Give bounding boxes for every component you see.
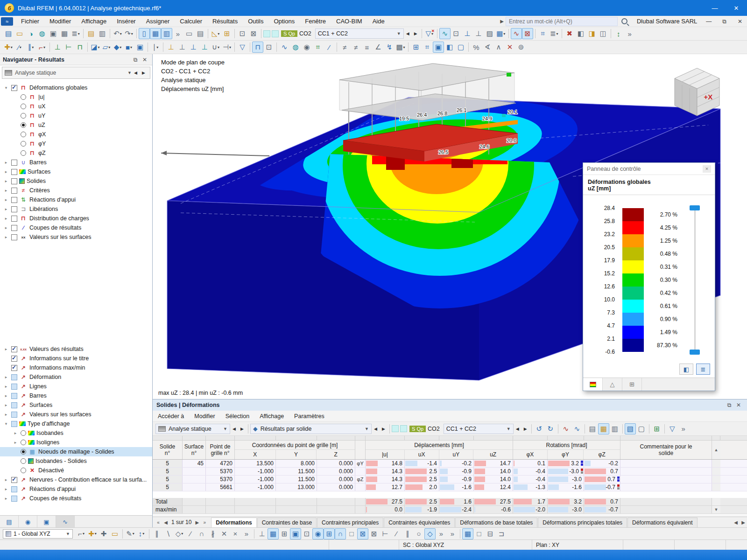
toggle-navigator-icon[interactable]: ▯ <box>139 28 150 39</box>
tree-item[interactable]: ▸Coupes de résultats <box>0 494 152 503</box>
menu-cao-bim[interactable]: CAO-BIM <box>331 16 367 27</box>
table-menu-3[interactable]: Affichage <box>254 413 289 420</box>
first-page-icon[interactable]: « <box>155 520 162 525</box>
table-row[interactable]: 55370-1.00011.5000.000φZ14.32.5-0.914.0-… <box>153 476 747 483</box>
expander-icon[interactable]: ▸ <box>3 179 9 183</box>
header-phi-spacer[interactable] <box>355 441 366 459</box>
value-cell[interactable]: 14.8 <box>366 460 405 467</box>
value-cell[interactable]: 12.4 <box>474 483 513 491</box>
value-cell[interactable]: -0.9 <box>439 476 474 483</box>
support-line-icon[interactable]: ⊥ <box>176 42 188 53</box>
new-line-type-icon[interactable]: ∥▾ <box>25 42 36 53</box>
snap-objects-icon[interactable]: ⊡ <box>301 528 312 539</box>
value-cell[interactable]: 1.7 <box>513 498 548 505</box>
data-cell[interactable] <box>183 483 206 491</box>
result-filter-icon[interactable]: ▽ <box>237 42 248 53</box>
work-plane-xy-icon[interactable]: ⊢ <box>380 528 391 539</box>
value-cell[interactable]: 27.5 <box>366 498 405 505</box>
table-view-full-icon[interactable]: ▦ <box>598 423 609 434</box>
snap-view-icon[interactable]: ⌗ <box>422 42 433 53</box>
tree-item[interactable]: ▸Lignes <box>0 382 152 391</box>
child-minimize-button[interactable]: — <box>702 16 716 27</box>
legend-slider-track[interactable] <box>694 208 696 352</box>
table-scroll-down-icon[interactable]: ▼ <box>712 506 720 513</box>
coordinate-system-combo[interactable]: 1 - Global XYZ ▼ <box>3 529 73 539</box>
value-cell[interactable]: 0.7 <box>584 498 620 505</box>
header-point[interactable]: Point degrille n° <box>206 441 235 459</box>
expander-icon[interactable]: ▸ <box>12 431 19 435</box>
render-mode-icon[interactable]: ▣ <box>433 42 444 53</box>
checkbox[interactable] <box>11 356 17 362</box>
value-cell[interactable]: -0.7 <box>584 506 620 513</box>
filter-results-icon[interactable]: ▽✕▾ <box>424 28 435 39</box>
data-cell[interactable]: -1.000 <box>235 476 276 483</box>
checkbox[interactable] <box>11 178 17 184</box>
solide-cell[interactable]: 5 <box>153 460 183 467</box>
select-objects-icon[interactable]: ⊡ <box>237 28 248 39</box>
new-solid-icon[interactable]: ◆▾ <box>112 42 123 53</box>
poly-select-icon[interactable]: ◇ <box>424 528 436 539</box>
value-cell[interactable]: 3.2 <box>548 460 584 467</box>
checkbox[interactable] <box>11 188 17 194</box>
grid-view-icon[interactable]: ⊞ <box>410 42 422 53</box>
color-scale-legend[interactable]: 28.425.823.220.517.915.212.610.07.34.72.… <box>588 205 710 359</box>
value-cell[interactable]: 14.0 <box>474 476 513 483</box>
guide-vertical-icon[interactable]: ∥ <box>151 528 162 539</box>
value-cell[interactable]: -0.9 <box>439 468 474 475</box>
checkbox[interactable] <box>11 402 17 408</box>
table-menu-2[interactable]: Sélection <box>220 413 254 420</box>
value-cell[interactable]: -0.4 <box>513 468 548 475</box>
toggle-results-table-icon[interactable]: ▥ <box>161 28 172 39</box>
next-page-icon[interactable]: ▶ <box>193 520 201 525</box>
tree-item[interactable]: ▸Surfaces <box>0 167 152 176</box>
phi-flag-cell[interactable] <box>355 468 366 475</box>
work-plane-xz-icon[interactable]: ∥ <box>402 528 413 539</box>
tree-item[interactable]: ▸Coupes de résultats <box>0 223 152 232</box>
view-solid-icon[interactable]: ◧ <box>575 28 586 39</box>
more-snap-1-icon[interactable]: » <box>436 528 447 539</box>
settings-icon[interactable]: ⊚ <box>515 42 527 53</box>
data-cell[interactable]: 4720 <box>206 460 235 467</box>
expander-icon[interactable]: ▸ <box>3 160 9 165</box>
chart-result-1-icon[interactable]: ∿ <box>560 423 571 434</box>
legend-slider-max-handle[interactable] <box>690 205 700 210</box>
checkbox[interactable] <box>11 169 17 175</box>
tree-item[interactable]: ▸Valeurs sur les surfaces <box>0 410 152 419</box>
tree-item[interactable]: ▸Libérations <box>0 204 152 214</box>
table-row[interactable]: 545472013.5008.0000.000φY14.8-1.4-0.214.… <box>153 460 747 468</box>
table-plain-icon[interactable]: ▢ <box>636 423 647 434</box>
copy-solid-icon[interactable]: ◫ <box>598 28 609 39</box>
tree-item[interactable]: ▸Solides <box>0 176 152 186</box>
snap-line-icon[interactable]: ◇▾ <box>174 528 185 539</box>
minimize-button[interactable]: — <box>704 0 726 16</box>
solide-cell[interactable]: 5 <box>153 468 183 475</box>
tabs-scroll-right-icon[interactable]: ▶ <box>740 520 747 525</box>
result-values-xxx-icon[interactable]: ⊠ <box>522 28 533 39</box>
mesh-refinement-icon[interactable]: ⌗ <box>312 42 324 53</box>
data-cell[interactable]: 11.500 <box>276 476 317 483</box>
menu-modifier[interactable]: Modifier <box>44 16 76 27</box>
table-float-icon[interactable]: ⧉ <box>725 402 734 408</box>
grid-points-icon[interactable]: ⊞ <box>279 528 290 539</box>
compare-1-icon[interactable]: ≠ <box>339 42 350 53</box>
menu-fenêtre[interactable]: Fenêtre <box>300 16 331 27</box>
show-ghost-icon[interactable]: ▨ <box>484 28 495 39</box>
ortho-mode-icon[interactable]: ⊥ <box>256 528 268 539</box>
edit-color-scale-button[interactable]: ◧ <box>679 364 693 375</box>
result-grid-icon[interactable]: ▦▾ <box>495 28 507 39</box>
panel-tab-factors[interactable]: △ <box>603 378 622 391</box>
calc-tools-icon[interactable]: ≣▾ <box>549 28 560 39</box>
value-cell[interactable]: -1.3 <box>513 483 548 491</box>
redo-table-icon[interactable]: ↻ <box>545 423 556 434</box>
menu-insérer[interactable]: Insérer <box>112 16 141 27</box>
legend-color-swatch[interactable] <box>622 313 644 326</box>
data-cell[interactable]: 5370 <box>206 476 235 483</box>
checkbox[interactable] <box>11 197 17 203</box>
radio-button[interactable] <box>21 141 26 147</box>
table-tab-1[interactable]: Contraintes de base <box>257 518 317 527</box>
tab-results-navigator[interactable]: ∿ <box>56 516 75 528</box>
edit-properties-icon[interactable]: ⊞ <box>221 28 233 39</box>
prev-analysis-table[interactable]: ◀ <box>230 424 238 434</box>
checkbox[interactable] <box>11 365 17 371</box>
checkbox[interactable] <box>11 85 17 91</box>
